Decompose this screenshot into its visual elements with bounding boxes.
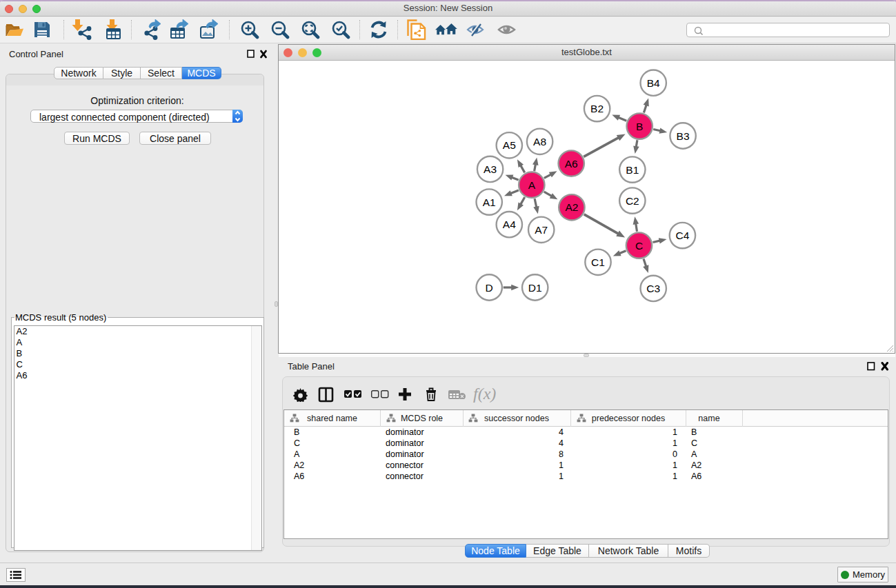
svg-text:B1: B1 [626,164,639,176]
svg-text:A6: A6 [565,158,578,170]
svg-text:B4: B4 [647,77,660,89]
svg-text:A: A [528,179,536,191]
svg-text:C2: C2 [626,195,639,207]
svg-text:A3: A3 [484,163,497,175]
svg-text:D: D [486,282,493,294]
svg-text:A5: A5 [503,139,516,151]
svg-text:A2: A2 [565,201,578,213]
svg-text:B: B [636,121,643,132]
svg-text:B3: B3 [677,130,690,142]
svg-text:C: C [635,240,643,252]
svg-text:D1: D1 [528,282,542,294]
svg-text:C4: C4 [675,230,689,241]
svg-text:A4: A4 [503,219,516,230]
svg-text:B2: B2 [590,103,604,114]
svg-text:A7: A7 [535,224,548,236]
svg-text:C1: C1 [591,256,605,268]
svg-text:A1: A1 [483,196,496,208]
svg-text:A8: A8 [533,136,546,148]
svg-text:C3: C3 [646,283,660,294]
